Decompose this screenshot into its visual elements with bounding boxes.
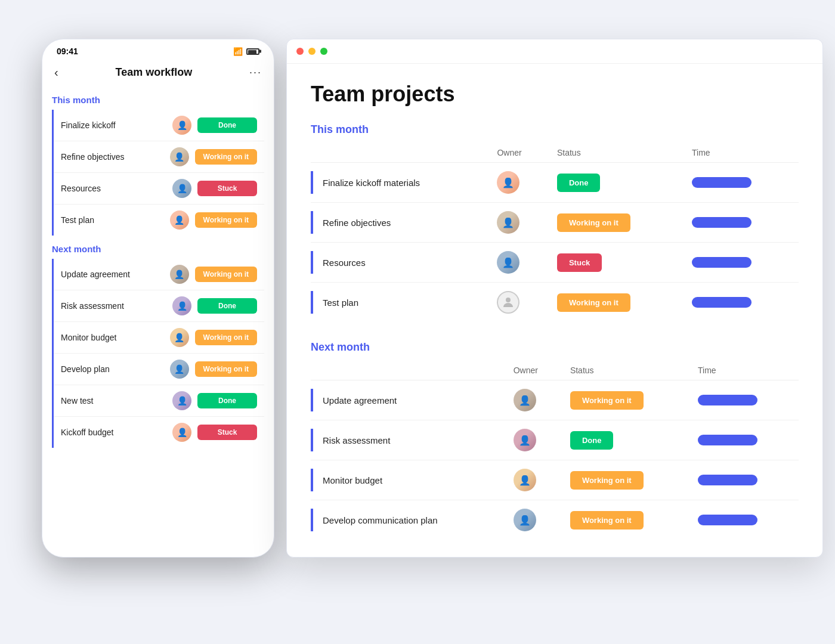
status-cell: Done xyxy=(550,163,685,203)
battery-icon xyxy=(246,48,259,55)
task-left-bar xyxy=(311,171,313,194)
phone-next-month-title: Next month xyxy=(52,236,264,259)
desktop-task-name: Update agreement xyxy=(323,395,397,405)
timeline-cell xyxy=(691,420,799,460)
status-badge: Done xyxy=(197,298,257,314)
status-column-header: Status xyxy=(550,143,685,163)
avatar: 👤 xyxy=(172,116,191,135)
task-name: Test plan xyxy=(61,215,164,225)
desktop-task-name: Develop communication plan xyxy=(323,515,438,525)
phone-mockup: 09:41 📶 ‹ Team workflow ··· This month F… xyxy=(42,39,274,558)
task-name: Kickoff budget xyxy=(61,428,166,437)
timeline-cell xyxy=(685,283,799,323)
avatar-face: 👤 xyxy=(172,296,191,315)
avatar: 👤 xyxy=(170,210,189,230)
status-badge: Done xyxy=(557,174,601,192)
avatar: 👤 xyxy=(514,429,536,451)
status-badge: Stuck xyxy=(557,253,602,272)
task-name: Finalize kickoff xyxy=(61,120,166,130)
table-row[interactable]: Update agreement 👤 Working on it xyxy=(311,380,799,420)
avatar: 👤 xyxy=(497,211,519,234)
task-row[interactable]: Monitor budget 👤 Working on it xyxy=(54,322,264,354)
timeline-bar xyxy=(698,515,757,525)
desktop-task-name: Refine objectives xyxy=(323,218,391,228)
avatar-face: 👤 xyxy=(172,391,191,410)
avatar-placeholder xyxy=(497,291,519,314)
timeline-bar xyxy=(698,395,757,405)
owner-cell: 👤 xyxy=(506,420,563,460)
close-dot[interactable] xyxy=(296,48,304,55)
task-row[interactable]: Develop plan 👤 Working on it xyxy=(54,354,264,385)
task-row[interactable]: New test 👤 Done xyxy=(54,385,264,417)
owner-cell: 👤 xyxy=(490,243,549,283)
owner-column-header: Owner xyxy=(490,143,549,163)
status-badge: Working on it xyxy=(195,361,257,377)
minimize-dot[interactable] xyxy=(308,48,316,55)
status-badge: Done xyxy=(197,393,257,408)
avatar: 👤 xyxy=(514,509,536,531)
wifi-icon: 📶 xyxy=(233,47,243,56)
table-row[interactable]: Risk assessment 👤 Done xyxy=(311,420,799,460)
timeline-bar xyxy=(692,257,752,268)
desktop-next-month-title: Next month xyxy=(311,341,799,354)
timeline-bar xyxy=(692,217,752,228)
status-cell: Stuck xyxy=(550,243,685,283)
status-cell: Working on it xyxy=(563,380,691,420)
owner-cell: 👤 xyxy=(506,380,563,420)
phone-status-bar: 09:41 📶 xyxy=(42,39,274,61)
owner-column-header-2: Owner xyxy=(506,361,563,380)
status-icons: 📶 xyxy=(233,47,259,56)
task-row[interactable]: Risk assessment 👤 Done xyxy=(54,290,264,322)
avatar-face: 👤 xyxy=(170,210,189,230)
task-name: Develop plan xyxy=(61,364,164,374)
table-row[interactable]: Monitor budget 👤 Working on it xyxy=(311,460,799,500)
avatar: 👤 xyxy=(514,389,536,411)
timeline-bar xyxy=(698,475,757,485)
avatar-face: 👤 xyxy=(170,147,189,166)
task-left-bar xyxy=(311,211,313,234)
table-row[interactable]: Develop communication plan 👤 Working on … xyxy=(311,500,799,540)
status-cell: Working on it xyxy=(550,283,685,323)
menu-button[interactable]: ··· xyxy=(249,66,262,79)
maximize-dot[interactable] xyxy=(320,48,327,55)
task-row[interactable]: Update agreement 👤 Working on it xyxy=(54,259,264,290)
status-badge: Stuck xyxy=(197,181,257,196)
desktop-this-month-title: This month xyxy=(311,123,799,136)
avatar-face: 👤 xyxy=(497,211,519,234)
task-left-bar xyxy=(311,469,313,491)
task-column-header-2 xyxy=(311,361,506,380)
task-name: Update agreement xyxy=(61,270,164,279)
phone-this-month-list: Finalize kickoff 👤 Done Refine objective… xyxy=(52,110,264,236)
status-badge: Done xyxy=(570,431,614,450)
task-name: Resources xyxy=(61,184,166,193)
table-row[interactable]: Test plan Working on it xyxy=(311,283,799,323)
desktop-task-name: Finalize kickoff materials xyxy=(323,178,420,188)
back-button[interactable]: ‹ xyxy=(54,66,58,79)
avatar-face: 👤 xyxy=(172,179,191,198)
task-row[interactable]: Resources 👤 Stuck xyxy=(54,173,264,205)
avatar: 👤 xyxy=(170,328,189,347)
avatar: 👤 xyxy=(172,423,191,442)
status-column-header-2: Status xyxy=(563,361,691,380)
task-row[interactable]: Kickoff budget 👤 Stuck xyxy=(54,417,264,448)
phone-content: This month Finalize kickoff 👤 Done Refin… xyxy=(42,86,274,550)
table-row[interactable]: Resources 👤 Stuck xyxy=(311,243,799,283)
timeline-cell xyxy=(691,380,799,420)
status-badge: Working on it xyxy=(195,330,257,345)
avatar: 👤 xyxy=(172,179,191,198)
phone-header: ‹ Team workflow ··· xyxy=(42,61,274,86)
timeline-cell xyxy=(685,243,799,283)
status-badge: Working on it xyxy=(570,471,644,490)
task-row[interactable]: Refine objectives 👤 Working on it xyxy=(54,141,264,173)
desktop-task-name: Test plan xyxy=(323,298,358,308)
avatar-face: 👤 xyxy=(514,509,536,531)
table-row[interactable]: Finalize kickoff materials 👤 Done xyxy=(311,163,799,203)
task-name: Refine objectives xyxy=(61,152,164,162)
status-cell: Working on it xyxy=(550,203,685,243)
time-column-header: Time xyxy=(685,143,799,163)
task-row[interactable]: Test plan 👤 Working on it xyxy=(54,205,264,236)
task-row[interactable]: Finalize kickoff 👤 Done xyxy=(54,110,264,141)
table-row[interactable]: Refine objectives 👤 Working on it xyxy=(311,203,799,243)
timeline-bar xyxy=(692,177,752,188)
table-header-row: Owner Status Time xyxy=(311,143,799,163)
